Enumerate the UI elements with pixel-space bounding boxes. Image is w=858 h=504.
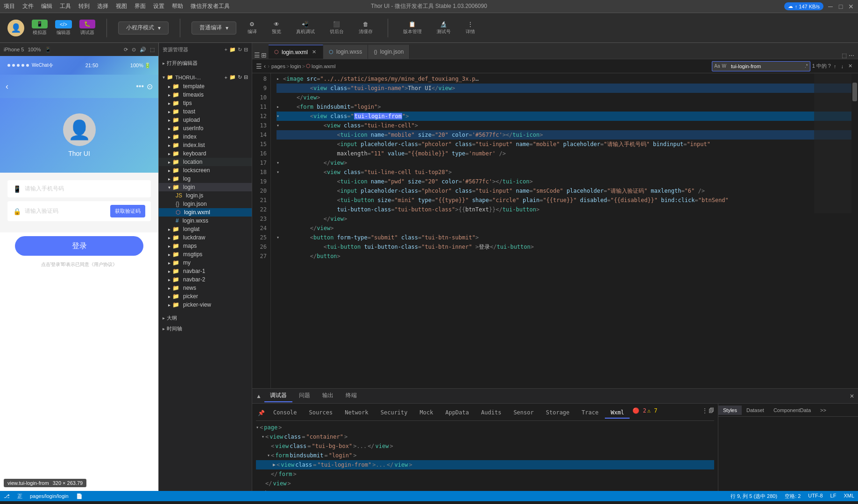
console-tab-sources[interactable]: Sources [304, 407, 339, 419]
compile-dropdown[interactable]: 普通编译 ▾ [191, 21, 236, 35]
find-input[interactable] [728, 63, 803, 70]
tree-folder-login[interactable]: ▾📁login [159, 183, 252, 191]
menu-item-help[interactable]: 帮助 [172, 2, 183, 10]
side-tab-styles[interactable]: Styles [718, 406, 742, 415]
tree-folder-maps[interactable]: ▸📁maps [159, 242, 252, 250]
outline-header[interactable]: ▸ 大纲 [159, 313, 252, 323]
new-folder-icon[interactable]: 📁 [229, 47, 236, 53]
editor-scrollbar[interactable] [851, 73, 858, 388]
tree-file-login.wxss[interactable]: #login.wxss [159, 217, 252, 225]
fold-btn-17[interactable]: ▾ [277, 158, 282, 168]
split-icon[interactable]: ⊞ [261, 51, 267, 59]
tab-debugger[interactable]: 调试器 [264, 390, 292, 402]
tree-folder-log[interactable]: ▸📁log [159, 175, 252, 183]
nav-list-icon[interactable]: ☰ [256, 63, 262, 70]
regex-icon[interactable]: .* [805, 63, 808, 69]
console-tab-console[interactable]: Console [268, 407, 303, 419]
tree-folder-userInfo[interactable]: ▸📁userInfo [159, 124, 252, 133]
project-header[interactable]: ▾ 📁 THORUI-... + 📁 ↻ ⊟ [159, 72, 252, 82]
tab-output[interactable]: 输出 [317, 390, 339, 402]
xml-line-bgbox[interactable]: ▸ <view class="tui-bg-box">...</view> [256, 441, 714, 451]
menu-item-project[interactable]: 项目 [4, 2, 15, 10]
simulator-tool[interactable]: 📱 模拟器 [32, 20, 48, 36]
menu-item-tool[interactable]: 工具 [60, 2, 71, 10]
close-search-button[interactable]: ✕ [846, 62, 854, 70]
tree-folder-longlat[interactable]: ▸📁longlat [159, 225, 252, 233]
audio-icon[interactable]: 🔊 [140, 47, 146, 53]
fold-btn-25[interactable]: ▾ [277, 233, 282, 242]
split-editor-icon[interactable]: ⬚ [842, 52, 847, 59]
tree-folder-picker-view[interactable]: ▸📁picker-view [159, 301, 252, 309]
console-tab-sensor[interactable]: Sensor [508, 407, 539, 419]
tab-terminal[interactable]: 终端 [340, 390, 362, 402]
console-tab-audits[interactable]: Audits [475, 407, 507, 419]
tree-folder-template[interactable]: ▸📁template [159, 82, 252, 91]
more-dots-icon[interactable]: ••• [136, 82, 144, 91]
back-button[interactable]: ‹ [6, 82, 8, 91]
tree-folder-msgtips[interactable]: ▸📁msgtips [159, 250, 252, 259]
menu-item-view[interactable]: 视图 [116, 2, 127, 10]
version-button[interactable]: 📋 版本管理 [399, 19, 425, 37]
tab-login-json[interactable]: {} login.json [368, 45, 410, 59]
tree-folder-navbar-2[interactable]: ▸📁navbar-2 [159, 275, 252, 284]
tree-folder-index[interactable]: ▸📁index [159, 133, 252, 141]
menu-item-goto[interactable]: 转到 [78, 2, 90, 10]
collapse-icon[interactable]: ⊟ [244, 47, 248, 53]
avatar[interactable]: 👤 [7, 20, 24, 36]
cut-background-button[interactable]: ⬛ 切后台 [326, 19, 347, 37]
project-new-icon[interactable]: + [225, 75, 227, 80]
fold-btn-8[interactable]: ▸ [277, 74, 282, 84]
test-button[interactable]: 🔬 测试号 [433, 19, 454, 37]
compile-button[interactable]: ⚙ 编译 [244, 19, 261, 37]
tab-list-icon[interactable]: ☰ [254, 51, 260, 59]
xml-line-login-from[interactable]: ▶ <view class="tui-login-from">...</view… [256, 460, 714, 469]
scrollbar-thumb[interactable] [852, 83, 857, 101]
side-tab-more[interactable]: >> [815, 406, 831, 415]
editor-tool[interactable]: </> 编辑器 [55, 20, 72, 36]
menu-item-wechat[interactable]: 微信开发者工具 [191, 2, 230, 10]
side-tab-component[interactable]: ComponentData [769, 406, 815, 415]
devtools-expand-icon[interactable]: 🗐 [709, 407, 714, 419]
maximize-button[interactable]: □ [837, 3, 844, 10]
xml-line-container[interactable]: ▾ <view class="container"> [256, 432, 714, 441]
tree-folder-news[interactable]: ▸📁news [159, 284, 252, 292]
console-tab-mock[interactable]: Mock [414, 407, 439, 419]
xml-line-view-close[interactable]: ▸ </view> [256, 479, 714, 488]
more-button[interactable]: ⋮ 详情 [462, 19, 479, 37]
console-tab-storage[interactable]: Storage [540, 407, 575, 419]
project-folder-icon[interactable]: 📁 [229, 74, 236, 80]
forward-nav-icon[interactable]: › [268, 63, 269, 70]
xml-line-page-close[interactable]: ▸ </page> [256, 488, 714, 491]
wxml-tab-close[interactable]: ✕ [311, 49, 317, 56]
timeline-header[interactable]: ▸ 时间轴 [159, 323, 252, 334]
menu-item-file[interactable]: 文件 [22, 2, 34, 10]
code-content[interactable]: ▸ <image src="../../static/images/my/min… [271, 73, 851, 388]
console-tab-appdata[interactable]: AppData [440, 407, 475, 419]
real-debug-button[interactable]: 📲 真机调试 [292, 19, 319, 37]
tree-folder-timeaxis[interactable]: ▸📁timeaxis [159, 91, 252, 99]
devtools-up-icon[interactable]: ▲ [256, 393, 262, 399]
menu-item-ui[interactable]: 界面 [135, 2, 146, 10]
mode-dropdown[interactable]: 小程序模式 ▾ [118, 21, 169, 35]
side-tab-dataset[interactable]: Dataset [742, 406, 769, 415]
tab-login-wxml[interactable]: ⬡ login.wxml ✕ [269, 45, 323, 59]
tree-folder-upload[interactable]: ▸📁upload [159, 116, 252, 124]
code-editor[interactable]: 89101112131415161718192021222324252627 ▸… [252, 73, 858, 388]
preview-button[interactable]: 👁 预览 [268, 19, 285, 37]
refresh-icon[interactable]: ↻ [238, 47, 242, 53]
menu-item-select[interactable]: 选择 [97, 2, 108, 10]
minimize-button[interactable]: ─ [827, 3, 834, 10]
fold-btn-11[interactable]: ▸ [277, 102, 282, 112]
tab-problems[interactable]: 问题 [293, 390, 316, 402]
tree-folder-lockscreen[interactable]: ▸📁lockscreen [159, 166, 252, 175]
project-collapse-icon[interactable]: ⊟ [244, 74, 248, 80]
xml-line-page[interactable]: ▾ <page> [256, 423, 714, 432]
debugger-tool[interactable]: 🐛 调试器 [79, 20, 95, 36]
tree-folder-index.list[interactable]: ▸📁index.list [159, 141, 252, 149]
project-refresh-icon[interactable]: ↻ [238, 74, 242, 80]
tree-folder-toast[interactable]: ▸📁toast [159, 107, 252, 116]
console-tab-security[interactable]: Security [375, 407, 413, 419]
console-tab-network[interactable]: Network [339, 407, 374, 419]
console-tab-wxml[interactable]: Wxml [605, 407, 630, 419]
screenshot-icon[interactable]: ⊙ [132, 47, 136, 53]
